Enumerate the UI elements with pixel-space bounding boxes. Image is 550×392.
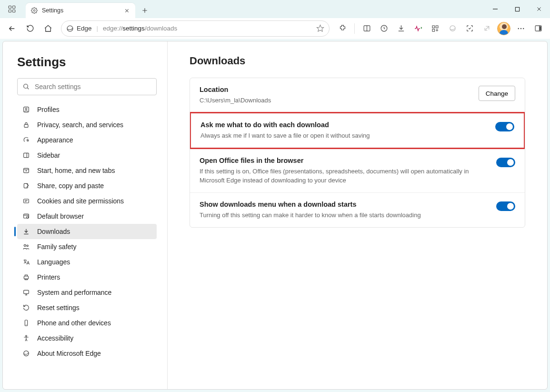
share-icon[interactable] <box>479 20 495 37</box>
close-window-button[interactable] <box>528 0 550 18</box>
location-path: C:\Users\m_la\Downloads <box>200 96 471 105</box>
page-title: Settings <box>17 55 157 70</box>
sidebar-item-label: Printers <box>37 273 60 281</box>
sidebar-item-about[interactable]: About Microsoft Edge <box>17 346 157 361</box>
svg-point-13 <box>450 26 455 31</box>
svg-rect-11 <box>436 26 438 28</box>
tab-settings[interactable]: Settings <box>26 3 135 18</box>
profile-icon <box>22 105 30 114</box>
sidebar-item-sidebar[interactable]: Sidebar <box>17 148 157 163</box>
office-row: Open Office files in the browser If this… <box>190 149 525 192</box>
sidebar-item-downloads[interactable]: Downloads <box>17 224 157 239</box>
address-bar[interactable]: Edge | edge://settings/downloads <box>61 20 330 37</box>
sidebar-item-label: Downloads <box>37 228 70 235</box>
maximize-button[interactable] <box>506 0 528 18</box>
sidebar-toggle-icon[interactable] <box>530 20 546 37</box>
svg-rect-0 <box>9 6 11 8</box>
sidebar-item-label: Privacy, search, and services <box>37 121 123 129</box>
refresh-button[interactable] <box>22 20 38 37</box>
svg-rect-33 <box>24 290 29 293</box>
sidebar-item-printers[interactable]: Printers <box>17 270 157 285</box>
svg-point-31 <box>27 245 28 246</box>
minimize-button[interactable] <box>484 0 506 18</box>
svg-point-19 <box>24 84 28 89</box>
internet-explorer-icon[interactable] <box>444 20 460 37</box>
split-screen-icon[interactable] <box>359 20 375 37</box>
sidebar-item-start[interactable]: Start, home, and new tabs <box>17 163 157 178</box>
apps-icon[interactable] <box>427 20 443 37</box>
sidebar-item-privacy[interactable]: Privacy, search, and services <box>17 117 157 132</box>
history-icon[interactable] <box>376 20 392 37</box>
favorite-icon[interactable] <box>316 24 324 32</box>
svg-rect-1 <box>13 6 15 8</box>
newtab-icon <box>22 166 30 175</box>
search-input[interactable] <box>35 83 151 90</box>
site-identity-chip[interactable]: Edge <box>66 25 92 32</box>
sidebar-item-label: System and performance <box>37 289 111 296</box>
screenshot-icon[interactable] <box>461 20 478 37</box>
sidebar-item-system[interactable]: System and performance <box>17 285 157 300</box>
sidebar-item-label: Appearance <box>37 136 73 144</box>
svg-point-15 <box>520 28 521 29</box>
new-tab-button[interactable] <box>138 4 151 17</box>
sidebar-item-reset[interactable]: Reset settings <box>17 300 157 315</box>
sidebar-item-phone[interactable]: Phone and other devices <box>17 315 157 331</box>
toolbar: Edge | edge://settings/downloads <box>0 18 550 39</box>
app-menu-icon[interactable] <box>4 1 20 17</box>
family-icon <box>22 242 30 251</box>
download-icon[interactable] <box>393 20 409 37</box>
language-icon <box>22 258 30 266</box>
showmenu-toggle[interactable] <box>496 201 515 211</box>
svg-point-14 <box>518 28 519 29</box>
svg-rect-18 <box>540 26 541 30</box>
settings-nav: Profiles Privacy, search, and services A… <box>17 102 157 361</box>
ask-download-title: Ask me what to do with each download <box>200 121 488 129</box>
ask-download-row: Ask me what to do with each download Alw… <box>190 112 525 149</box>
svg-rect-22 <box>24 124 28 127</box>
search-settings-box[interactable] <box>17 78 157 95</box>
browser-window: Settings <box>0 0 550 392</box>
ask-download-desc: Always ask me if I want to save a file o… <box>200 131 488 140</box>
sidebar-item-share[interactable]: Share, copy and paste <box>17 178 157 193</box>
showmenu-title: Show downloads menu when a download star… <box>200 201 489 208</box>
home-button[interactable] <box>40 20 56 37</box>
sidebar-item-family[interactable]: Family safety <box>17 239 157 254</box>
office-toggle[interactable] <box>496 158 515 167</box>
sidebar-item-appearance[interactable]: Appearance <box>17 132 157 148</box>
sidebar-item-label: Accessibility <box>37 334 73 342</box>
search-icon <box>22 83 30 90</box>
ask-download-toggle[interactable] <box>495 122 514 131</box>
titlebar: Settings <box>0 0 550 18</box>
back-button[interactable] <box>4 20 20 37</box>
showmenu-row: Show downloads menu when a download star… <box>190 192 525 227</box>
accessibility-icon <box>22 334 30 342</box>
svg-rect-5 <box>515 7 519 11</box>
printer-icon <box>22 273 30 281</box>
profile-avatar[interactable] <box>496 20 512 37</box>
extensions-icon[interactable] <box>334 20 350 37</box>
sidebar-item-default-browser[interactable]: Default browser <box>17 209 157 224</box>
svg-rect-27 <box>24 199 29 203</box>
svg-point-35 <box>26 335 27 337</box>
gear-icon <box>30 7 38 14</box>
sidebar-item-languages[interactable]: Languages <box>17 254 157 270</box>
performance-icon[interactable] <box>410 20 426 37</box>
url-text: edge://settings/downloads <box>103 25 177 32</box>
location-title: Location <box>200 86 471 93</box>
svg-point-23 <box>27 140 29 141</box>
sidebar-item-cookies[interactable]: Cookies and site permissions <box>17 193 157 209</box>
edge-logo-icon <box>22 349 30 358</box>
svg-point-4 <box>33 10 35 11</box>
section-heading: Downloads <box>190 55 525 67</box>
sidebar-item-accessibility[interactable]: Accessibility <box>17 331 157 346</box>
sidebar-item-label: Phone and other devices <box>37 319 111 327</box>
close-icon[interactable] <box>123 7 130 14</box>
settings-page: Settings Profiles Privacy, search, and s… <box>2 41 548 390</box>
more-icon[interactable] <box>513 20 529 37</box>
change-button[interactable]: Change <box>479 86 515 101</box>
system-icon <box>22 288 30 297</box>
site-identity-label: Edge <box>77 25 92 32</box>
settings-main: Downloads Location C:\Users\m_la\Downloa… <box>168 41 547 389</box>
sidebar-item-label: Share, copy and paste <box>37 182 104 190</box>
sidebar-item-profiles[interactable]: Profiles <box>17 102 157 117</box>
